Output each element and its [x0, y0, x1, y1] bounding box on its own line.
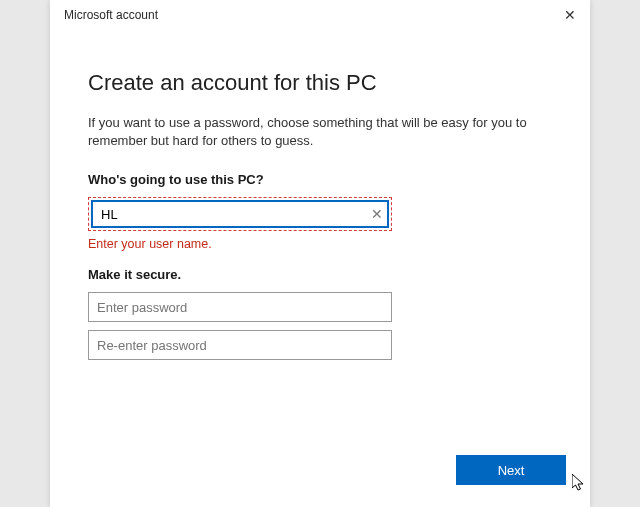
- username-error: Enter your user name.: [88, 237, 552, 251]
- content-area: Create an account for this PC If you wan…: [50, 30, 590, 455]
- password-confirm-input[interactable]: [88, 330, 392, 360]
- footer: Next: [50, 455, 590, 507]
- username-input[interactable]: [91, 200, 389, 228]
- username-label: Who's going to use this PC?: [88, 172, 552, 187]
- window-title: Microsoft account: [64, 8, 158, 22]
- page-title: Create an account for this PC: [88, 70, 552, 96]
- next-button[interactable]: Next: [456, 455, 566, 485]
- password-label: Make it secure.: [88, 267, 552, 282]
- close-icon: ✕: [564, 7, 576, 23]
- close-button[interactable]: ✕: [550, 0, 590, 30]
- title-bar: Microsoft account ✕: [50, 0, 590, 30]
- dialog-window: Microsoft account ✕ Create an account fo…: [50, 0, 590, 507]
- page-description: If you want to use a password, choose so…: [88, 114, 552, 150]
- password-input[interactable]: [88, 292, 392, 322]
- clear-icon[interactable]: ✕: [371, 207, 383, 221]
- username-field-wrapper: ✕: [88, 197, 392, 231]
